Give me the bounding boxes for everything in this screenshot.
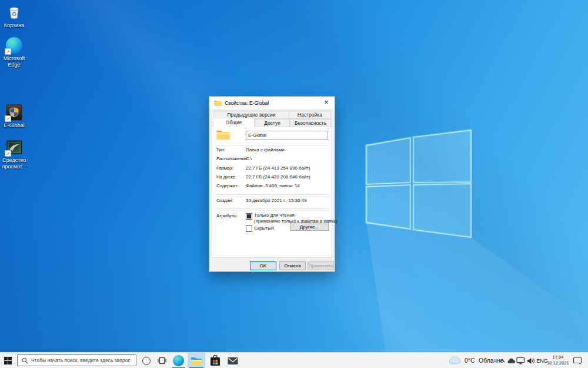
microsoft-store-icon xyxy=(210,355,220,366)
type-value: Папка с файлами xyxy=(246,147,285,152)
chevron-up-icon xyxy=(499,359,505,363)
desktop-icon-label: Средство просмот... xyxy=(1,157,28,170)
desktop-icon-edge[interactable]: ↗ Microsoft Edge xyxy=(1,37,28,68)
taskbar-edge-button[interactable] xyxy=(170,353,187,368)
separator xyxy=(216,208,329,209)
task-view-icon xyxy=(158,357,166,364)
taskbar: 0°C Облачно ENG 17:04 30.12.2021 xyxy=(0,352,588,368)
type-label: Тип: xyxy=(216,147,225,152)
speaker-icon xyxy=(527,357,535,364)
volume-tray-button[interactable] xyxy=(526,353,536,368)
weather-temperature[interactable]: 0°C xyxy=(465,357,475,364)
start-icon xyxy=(4,357,12,364)
created-value: 30 декабря 2021 г., 15:36:49 xyxy=(246,198,307,203)
close-icon[interactable]: ✕ xyxy=(318,97,335,108)
size-value: 22,7 ГБ (24 413 254 890 байт) xyxy=(246,165,310,171)
taskbar-explorer-button[interactable] xyxy=(188,353,205,368)
clock-time: 17:04 xyxy=(547,354,569,360)
size-on-disk-value: 22,7 ГБ (24 420 208 640 байт) xyxy=(246,174,310,180)
shortcut-arrow-icon: ↗ xyxy=(5,48,11,55)
folder-icon-large xyxy=(216,129,230,141)
weather-icon[interactable] xyxy=(448,356,462,365)
readonly-checkbox[interactable] xyxy=(246,213,252,220)
separator xyxy=(216,194,329,195)
attributes-label: Атрибуты: xyxy=(216,213,238,218)
size-label: Размер: xyxy=(216,165,233,171)
taskbar-search-box[interactable] xyxy=(17,354,136,366)
edge-icon xyxy=(173,355,184,366)
desktop-icon-label: E-Global xyxy=(1,122,28,129)
search-input[interactable] xyxy=(31,357,136,363)
task-view-button[interactable] xyxy=(154,353,169,368)
action-center-button[interactable] xyxy=(570,353,585,368)
mail-icon xyxy=(228,357,238,365)
created-label: Создан: xyxy=(216,198,233,203)
recycle-glyph: ♻ xyxy=(12,11,17,17)
hidden-label: Скрытый xyxy=(254,226,273,231)
shortcut-arrow-icon: ↗ xyxy=(5,150,11,157)
tab-customize[interactable]: Настройка xyxy=(289,111,331,119)
taskbar-clock[interactable]: 17:04 30.12.2021 xyxy=(547,354,569,366)
network-icon xyxy=(516,357,525,364)
folder-name-input[interactable] xyxy=(246,131,328,140)
separator xyxy=(216,145,329,145)
apply-button[interactable]: Применить xyxy=(308,261,334,270)
taskbar-store-button[interactable] xyxy=(206,353,223,368)
readonly-label: Только для чтения xyxy=(254,213,295,218)
tab-security[interactable]: Безопасность xyxy=(290,119,331,127)
folder-icon xyxy=(214,100,222,107)
desktop-icon-photo-viewer[interactable]: ↗ Средство просмот... xyxy=(1,139,28,170)
contains-value: Файлов: 3 409; папок: 14 xyxy=(246,183,300,188)
network-tray-button[interactable] xyxy=(515,353,526,368)
tab-sharing[interactable]: Доступ xyxy=(255,119,290,127)
taskbar-mail-button[interactable] xyxy=(224,353,241,368)
location-label: Расположение: xyxy=(216,156,248,161)
desktop-icon-label: Корзина xyxy=(1,22,28,29)
clock-date: 30.12.2021 xyxy=(547,360,569,366)
location-value: C:\ xyxy=(246,156,252,161)
desktop-icon-e-global[interactable]: ↗ E-Global xyxy=(1,104,28,129)
cancel-button[interactable]: Отмена xyxy=(279,261,306,270)
dialog-title: Свойства: E-Global xyxy=(225,100,269,106)
onedrive-cloud-icon xyxy=(507,358,516,364)
ok-button[interactable]: OK xyxy=(250,261,276,270)
hidden-checkbox[interactable] xyxy=(246,226,252,232)
cortana-icon xyxy=(142,357,151,365)
desktop-icon-label: Microsoft Edge xyxy=(1,55,28,68)
dialog-titlebar[interactable]: Свойства: E-Global ✕ xyxy=(209,97,335,109)
file-explorer-icon xyxy=(191,356,202,366)
action-center-icon xyxy=(573,356,582,365)
recycle-bin-icon: ♻ xyxy=(6,4,22,21)
properties-dialog: Свойства: E-Global ✕ Предыдущие версии Н… xyxy=(209,96,335,272)
cortana-button[interactable] xyxy=(139,353,154,368)
start-button[interactable] xyxy=(0,353,16,368)
advanced-button[interactable]: Другие... xyxy=(290,223,329,231)
desktop-icon-recycle-bin[interactable]: ♻ Корзина xyxy=(1,4,28,29)
size-on-disk-label: На диске: xyxy=(216,174,236,180)
tab-general[interactable]: Общие xyxy=(213,118,255,128)
tray-overflow-button[interactable] xyxy=(497,353,507,368)
tab-page-general xyxy=(212,127,332,258)
shortcut-arrow-icon: ↗ xyxy=(5,115,11,122)
contains-label: Содержит: xyxy=(216,183,239,188)
search-icon xyxy=(22,357,28,364)
